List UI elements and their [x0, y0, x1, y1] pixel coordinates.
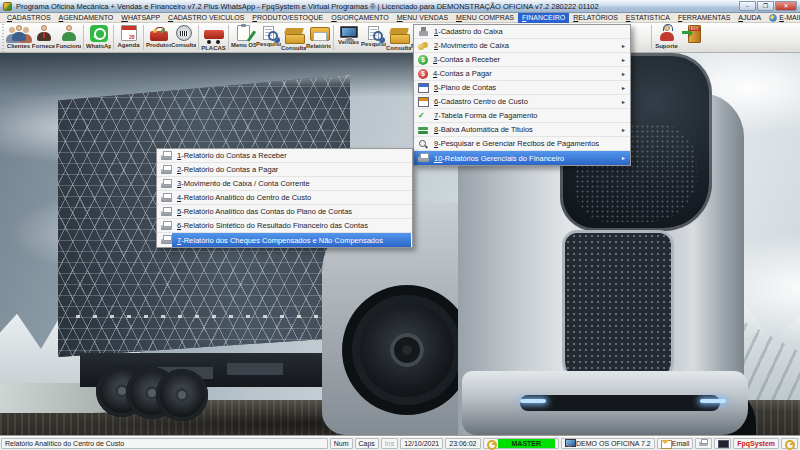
toolbar-separator [83, 25, 84, 50]
relatorios-gerenciais-submenu: 1-Relatório do Contas a Receber 2-Relató… [156, 148, 413, 248]
toolbar-tail [704, 23, 800, 52]
menu-financeiro[interactable]: FINANCEIRO [518, 13, 569, 23]
document-search-icon [263, 26, 274, 40]
submenu-rel-sintetico-resultado[interactable]: 6-Relatório Sintético do Resultado Finan… [157, 219, 412, 233]
whatsapp-icon [90, 25, 108, 42]
menuitem-cadastro-caixa[interactable]: 1-Cadastro do Caixa [414, 25, 630, 39]
drawer-icon [283, 27, 305, 44]
monitor-icon [340, 26, 358, 38]
trailer-wheel [156, 369, 208, 421]
menu-ferramentas[interactable]: FERRAMENTAS [674, 13, 734, 23]
menu-agendamento[interactable]: AGENDAMENTO [55, 13, 118, 23]
toolbar-vendas[interactable]: Vendas [336, 23, 361, 52]
menuitem-baixa-automatica[interactable]: 8-Baixa Automática de Titulos ► [414, 123, 630, 137]
menuitem-contas-receber[interactable]: $ 3-Contas a Receber ► [414, 53, 630, 67]
document-search-icon [368, 26, 379, 40]
status-insert: Ins [381, 438, 398, 449]
printer-icon [161, 207, 172, 217]
menuitem-centro-custo[interactable]: 6-Cadastro Centro de Custo ► [414, 95, 630, 109]
menu-relatorios[interactable]: RELATÓRIOS [569, 13, 622, 23]
submenu-rel-cheques-compensados[interactable]: 7-Relatório dos Cheques Compensados e Nã… [157, 233, 412, 247]
minimize-button[interactable]: – [739, 1, 756, 11]
status-screen[interactable] [714, 438, 731, 449]
menu-menu-vendas[interactable]: MENU VENDAS [393, 13, 452, 23]
submenu-rel-analitico-centro-custo[interactable]: 4-Relatório Analítico do Centro de Custo [157, 191, 412, 205]
printer-icon [161, 193, 172, 203]
status-bar: Relatório Analítico do Centro de Custo N… [0, 436, 800, 450]
menu-bar: CADASTROS AGENDAMENTO WHATSAPP CADASTRO … [0, 13, 800, 23]
submenu-arrow-icon: ► [617, 43, 626, 49]
toolbar-pesquisa-os[interactable]: Pesquisa [256, 23, 281, 52]
toolbar-fornecedor[interactable]: Fornece [31, 23, 56, 52]
maximize-button[interactable]: ❐ [757, 1, 774, 11]
toolbar-agenda[interactable]: Agenda [116, 23, 141, 52]
menu-cadastro-veiculos[interactable]: CADASTRO VEICULOS [164, 13, 248, 23]
green-dollar-icon: $ [418, 55, 428, 65]
menu-menu-compras[interactable]: MENU COMPRAS [452, 13, 518, 23]
toolbar-consulta-os[interactable]: Consulta [281, 23, 306, 52]
toolbar-relatorio-os[interactable]: Relatório [306, 23, 331, 52]
menuitem-plano-contas[interactable]: 5-Plano de Contas ► [414, 81, 630, 95]
status-hint: Relatório Analítico do Centro de Custo [1, 438, 328, 449]
barcode-icon [176, 25, 192, 41]
submenu-rel-analitico-plano-contas[interactable]: 5-Relatório Analítico das Contas do Plan… [157, 205, 412, 219]
close-button[interactable]: ✕ [775, 1, 797, 11]
money-stack-icon [418, 125, 429, 135]
submenu-movimento-caixa[interactable]: 3-Movimento de Caixa / Conta Corrente [157, 177, 412, 191]
toolbar-separator [333, 25, 334, 50]
check-icon: ✓ [418, 111, 429, 121]
menu-ajuda[interactable]: AJUDA [734, 13, 765, 23]
calendar-icon [121, 25, 137, 41]
email-globe-icon [769, 14, 777, 22]
key-icon [785, 439, 794, 448]
status-master-badge: MASTER [498, 439, 556, 448]
menuitem-recibos-pagamentos[interactable]: 9-Pesquisar e Gerenciar Recibos de Pagam… [414, 137, 630, 151]
status-print[interactable] [695, 438, 712, 449]
toolbar-clientes[interactable]: Clientes [6, 23, 31, 52]
menuitem-movimento-caixa[interactable]: 2-Movimento de Caixa ► [414, 39, 630, 53]
menuitem-contas-pagar[interactable]: $ 4-Contas a Pagar ► [414, 67, 630, 81]
menu-os-orcamento[interactable]: OS/ORÇAMENTO [327, 13, 392, 23]
toolbar-consultar[interactable]: Consultar [171, 23, 196, 52]
status-email[interactable]: Email [657, 438, 694, 449]
key-icon [487, 439, 496, 448]
menu-email[interactable]: E-MAIL [765, 13, 800, 23]
printer-icon [161, 221, 172, 231]
report-icon [308, 25, 330, 42]
status-date: 12/10/2021 [400, 438, 443, 449]
headlight-left [520, 399, 546, 403]
accounts-table-icon [418, 83, 429, 93]
toolbar-suporte[interactable]: Suporte [654, 23, 679, 52]
menu-estatistica[interactable]: ESTATISTICA [622, 13, 674, 23]
monitor-icon [565, 439, 574, 448]
menuitem-relatorios-gerenciais[interactable]: 10-Relatórios Gerenciais do Financeiro ► [414, 151, 630, 165]
menu-produto-estoque[interactable]: PRODUTO/ESTOQUE [248, 13, 327, 23]
status-master-panel: MASTER [483, 438, 560, 449]
status-time: 23:06:02 [445, 438, 480, 449]
toolbar-menu-os[interactable]: Menu OS [231, 23, 256, 52]
toolbar-placas[interactable]: PLACAS [201, 23, 226, 52]
magnifier-icon [418, 139, 429, 149]
submenu-rel-contas-receber[interactable]: 1-Relatório do Contas a Receber [157, 149, 412, 163]
toolbar-produtos[interactable]: Produtos [146, 23, 171, 52]
toolbar-separator [228, 25, 229, 50]
printer-icon [418, 153, 429, 163]
supplier-icon [33, 25, 55, 42]
headlight-right [700, 399, 726, 403]
menuitem-forma-pagamento[interactable]: ✓ 7-Tabela Forma de Pagamento [414, 109, 630, 123]
cost-center-table-icon [418, 97, 429, 107]
toolbar-consulta-vendas[interactable]: Consulta [386, 23, 411, 52]
toolbar-whatsapp[interactable]: WhatsApp [86, 23, 111, 52]
menu-whatsapp[interactable]: WHATSAPP [117, 13, 164, 23]
menu-cadastros[interactable]: CADASTROS [3, 13, 55, 23]
red-dollar-icon: $ [418, 69, 428, 79]
app-icon [3, 2, 12, 11]
toolbar-separator [651, 25, 652, 50]
printer-icon [161, 165, 172, 175]
toolbar-sair[interactable] [679, 23, 704, 52]
submenu-rel-contas-pagar[interactable]: 2-Relatório do Contas a Pagar [157, 163, 412, 177]
coins-icon [418, 41, 429, 51]
toolbar-funcionario[interactable]: Funciona [56, 23, 81, 52]
submenu-arrow-icon: ► [617, 85, 626, 91]
toolbar-pesquisa-vendas[interactable]: Pesquisa [361, 23, 386, 52]
